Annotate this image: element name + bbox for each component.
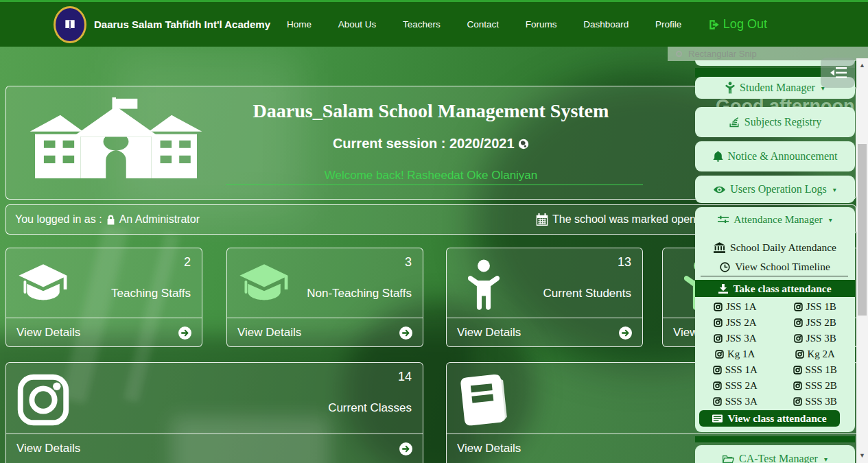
school-open-text: The school was marked open bbox=[552, 213, 696, 226]
class-link-kg-1a[interactable]: Kg 1A bbox=[695, 346, 775, 362]
logout-label: Log Out bbox=[723, 17, 767, 32]
bell-icon bbox=[713, 151, 723, 163]
nav-item-dashboard[interactable]: Dashboard bbox=[583, 19, 629, 29]
logout-icon bbox=[708, 19, 720, 31]
class-link-sss-3b[interactable]: SSS 3B bbox=[775, 394, 856, 409]
class-link-jss-2a[interactable]: JSS 2A bbox=[695, 315, 775, 331]
sidebar-item-label: Student Manager bbox=[740, 82, 815, 94]
class-icon bbox=[793, 366, 802, 375]
child-icon bbox=[458, 259, 510, 311]
sidebar-item-school-daily-attendance[interactable]: School Daily Attendance bbox=[695, 240, 855, 255]
scrollbar-up-arrow[interactable]: ▲ bbox=[856, 60, 868, 70]
stat-label: Non-Teaching Staffs bbox=[307, 287, 412, 300]
sidebar-item-view-school-timeline[interactable]: View School Timeline bbox=[695, 259, 855, 274]
class-icon bbox=[794, 334, 803, 343]
school-dashboard-screen: Daarus Salam Tahfidh Int'l Academy Home … bbox=[0, 0, 868, 463]
chevron-down-icon: ▾ bbox=[833, 186, 836, 193]
sidebar-divider-band bbox=[695, 436, 855, 442]
class-icon bbox=[794, 318, 803, 327]
take-class-attendance-button[interactable]: Take class attendance bbox=[695, 280, 855, 297]
arrow-circle-icon bbox=[399, 327, 412, 340]
view-class-attendance-button[interactable]: View class attendance bbox=[699, 410, 840, 427]
class-link-jss-1a[interactable]: JSS 1A bbox=[695, 299, 775, 315]
sidebar-menu: Student Manager ▾ Subjects Registry Noti… bbox=[695, 60, 855, 463]
chevron-down-icon: ▾ bbox=[824, 455, 828, 463]
logout-link[interactable]: Log Out bbox=[708, 17, 767, 32]
class-icon bbox=[714, 318, 723, 327]
view-details-row[interactable]: View Details bbox=[227, 318, 423, 347]
book-icon bbox=[455, 371, 513, 429]
sidebar-toggle-button[interactable] bbox=[821, 58, 855, 88]
sidebar-item-notice-announcement[interactable]: Notice & Announcement bbox=[695, 141, 855, 171]
sidebar-item-label: View School Timeline bbox=[735, 261, 830, 273]
top-navbar: Daarus Salam Tahfidh Int'l Academy Home … bbox=[0, 0, 868, 47]
sliders-icon bbox=[718, 215, 729, 224]
stat-card-current-classes: 14 Current Classes View Details bbox=[5, 362, 423, 463]
class-icon bbox=[793, 381, 802, 390]
view-details-row[interactable]: View Details bbox=[6, 434, 423, 463]
scrollbar-down-arrow[interactable]: ▼ bbox=[856, 451, 868, 460]
nav-item-home[interactable]: Home bbox=[287, 19, 312, 29]
class-attendance-grid: JSS 1A JSS 1B JSS 2A JSS 2B JSS 3A JSS 3… bbox=[695, 299, 855, 409]
sidebar-item-label: CA-Test Manager bbox=[739, 453, 818, 463]
sidebar-item-subjects-registry[interactable]: Subjects Registry bbox=[695, 107, 855, 137]
stat-card-non-teaching-staffs: 3 Non-Teaching Staffs View Details bbox=[226, 248, 423, 347]
class-link-jss-1b[interactable]: JSS 1B bbox=[775, 299, 856, 315]
class-icon bbox=[713, 366, 722, 375]
sidebar-item-label: Users Operation Logs bbox=[730, 183, 826, 195]
person-icon bbox=[725, 82, 735, 94]
sidebar-item-label: School Daily Attendance bbox=[730, 241, 836, 254]
class-link-jss-3b[interactable]: JSS 3B bbox=[775, 331, 856, 346]
download-icon bbox=[718, 284, 728, 294]
scrollbar-thumb[interactable] bbox=[858, 144, 867, 316]
welcome-underline bbox=[226, 185, 643, 185]
sidebar-section-attendance: Attendance Manager ▾ School Daily Attend… bbox=[695, 207, 855, 432]
view-details-label: View Details bbox=[16, 442, 80, 455]
view-details-label: View Details bbox=[237, 326, 301, 340]
nav-item-teachers[interactable]: Teachers bbox=[403, 19, 441, 29]
view-details-row[interactable]: View Details bbox=[6, 318, 202, 347]
sidebar-item-users-operation-logs[interactable]: Users Operation Logs ▾ bbox=[695, 176, 855, 203]
outdent-list-icon bbox=[830, 67, 847, 78]
view-details-row[interactable]: View Details bbox=[447, 318, 642, 347]
class-link-kg-2a[interactable]: Kg 2A bbox=[775, 346, 856, 362]
arrow-circle-icon bbox=[178, 327, 191, 340]
class-link-sss-1a[interactable]: SSS 1A bbox=[695, 362, 775, 378]
class-link-jss-3a[interactable]: JSS 3A bbox=[695, 331, 775, 346]
main-content: Good afternoon ! Daarus_Salam School Man… bbox=[0, 47, 868, 463]
stat-label: Current Students bbox=[543, 287, 631, 300]
class-link-jss-2b[interactable]: JSS 2B bbox=[775, 315, 856, 331]
brand[interactable]: Daarus Salam Tahfidh Int'l Academy bbox=[54, 2, 270, 47]
button-label: View class attendance bbox=[727, 412, 826, 425]
class-icon bbox=[715, 350, 724, 359]
stat-count: 3 bbox=[405, 255, 412, 270]
calendar-icon bbox=[536, 213, 548, 226]
stat-count: 13 bbox=[618, 255, 631, 270]
class-link-sss-2a[interactable]: SSS 2A bbox=[695, 378, 775, 394]
vertical-scrollbar[interactable]: ▲ ▼ bbox=[856, 58, 868, 463]
sidebar-item-label: Attendance Manager bbox=[734, 213, 823, 226]
nav-item-profile[interactable]: Profile bbox=[655, 19, 681, 29]
sidebar-item-attendance-manager[interactable]: Attendance Manager ▾ bbox=[695, 213, 855, 226]
stat-label: Current Classes bbox=[328, 401, 412, 415]
class-link-sss-2b[interactable]: SSS 2B bbox=[775, 378, 856, 394]
nav-item-contact[interactable]: Contact bbox=[467, 19, 499, 29]
view-details-label: View Details bbox=[16, 326, 80, 340]
folder-icon bbox=[723, 455, 734, 463]
stat-count: 14 bbox=[398, 370, 412, 384]
sidebar-item-ca-test-manager[interactable]: CA-Test Manager ▾ bbox=[695, 445, 855, 463]
sidebar-item-label: Notice & Announcement bbox=[728, 150, 838, 163]
class-link-sss-1b[interactable]: SSS 1B bbox=[775, 362, 856, 378]
nav-item-forums[interactable]: Forums bbox=[526, 19, 557, 29]
class-icon bbox=[794, 302, 803, 311]
nav-links: Home About Us Teachers Contact Forums Da… bbox=[287, 2, 767, 47]
class-link-sss-3a[interactable]: SSS 3A bbox=[695, 394, 775, 409]
class-icon bbox=[714, 334, 723, 343]
class-icon bbox=[793, 397, 802, 406]
divider bbox=[701, 276, 848, 276]
nav-item-about-us[interactable]: About Us bbox=[338, 19, 377, 29]
stack-icon bbox=[729, 117, 740, 128]
class-icon bbox=[795, 350, 804, 359]
class-icon bbox=[713, 381, 722, 390]
bank-icon bbox=[714, 242, 725, 253]
